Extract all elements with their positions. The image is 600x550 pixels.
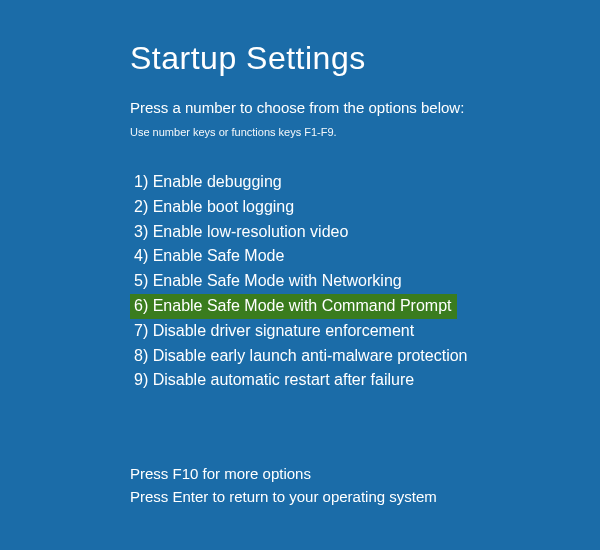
- option-label: 4) Enable Safe Mode: [134, 247, 284, 264]
- option-label: 6) Enable Safe Mode with Command Prompt: [134, 297, 451, 314]
- option-disable-anti-malware[interactable]: 8) Disable early launch anti-malware pro…: [130, 344, 600, 369]
- option-label: 1) Enable debugging: [134, 173, 282, 190]
- option-disable-auto-restart[interactable]: 9) Disable automatic restart after failu…: [130, 368, 600, 393]
- option-label: 8) Disable early launch anti-malware pro…: [134, 347, 468, 364]
- option-enable-debugging[interactable]: 1) Enable debugging: [130, 170, 600, 195]
- option-label: 7) Disable driver signature enforcement: [134, 322, 414, 339]
- option-label: 5) Enable Safe Mode with Networking: [134, 272, 402, 289]
- option-enable-safe-mode-command-prompt[interactable]: 6) Enable Safe Mode with Command Prompt: [130, 294, 457, 319]
- option-label: 3) Enable low-resolution video: [134, 223, 348, 240]
- footer-return: Press Enter to return to your operating …: [130, 486, 600, 509]
- instruction-secondary: Use number keys or functions keys F1-F9.: [130, 126, 600, 138]
- option-enable-low-resolution-video[interactable]: 3) Enable low-resolution video: [130, 220, 600, 245]
- option-enable-safe-mode[interactable]: 4) Enable Safe Mode: [130, 244, 600, 269]
- footer-more-options: Press F10 for more options: [130, 463, 600, 486]
- page-title: Startup Settings: [130, 40, 600, 77]
- option-enable-boot-logging[interactable]: 2) Enable boot logging: [130, 195, 600, 220]
- instruction-primary: Press a number to choose from the option…: [130, 99, 600, 116]
- option-label: 9) Disable automatic restart after failu…: [134, 371, 414, 388]
- option-enable-safe-mode-networking[interactable]: 5) Enable Safe Mode with Networking: [130, 269, 600, 294]
- option-label: 2) Enable boot logging: [134, 198, 294, 215]
- startup-options-list: 1) Enable debugging 2) Enable boot loggi…: [130, 170, 600, 393]
- option-disable-driver-signature[interactable]: 7) Disable driver signature enforcement: [130, 319, 600, 344]
